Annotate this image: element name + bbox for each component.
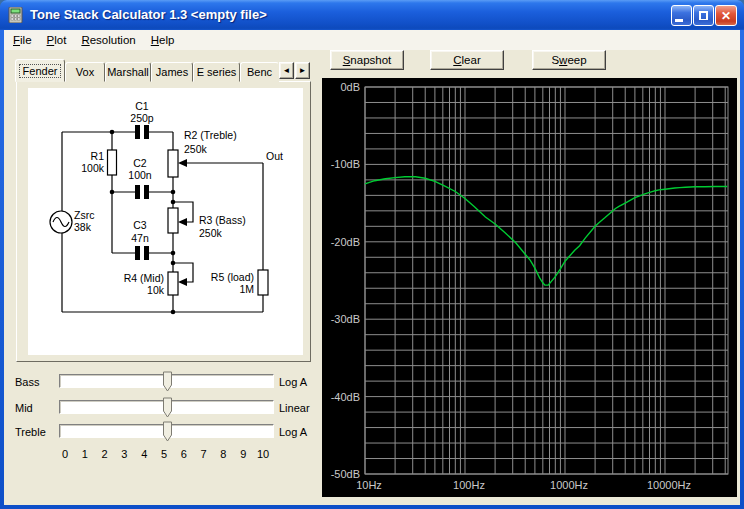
x-axis-tick-label: 10Hz xyxy=(356,479,382,491)
zsrc-name: Zsrc xyxy=(74,209,94,221)
r3-value: 250k xyxy=(199,227,223,239)
circuit-diagram: C1 250p R2 (Treble) 250k R1 100k C2 100n… xyxy=(28,88,303,355)
maximize-icon xyxy=(699,11,708,20)
slider-scale-number: 3 xyxy=(121,448,127,460)
c2-name: C2 xyxy=(133,157,147,169)
x-axis-tick-label: 100Hz xyxy=(453,479,485,491)
menu-bar: File Plot Resolution Help xyxy=(4,30,740,50)
treble-slider-thumb[interactable] xyxy=(162,421,173,442)
tab-e-series[interactable]: E series xyxy=(193,62,240,82)
tab-fender-label: Fender xyxy=(19,64,62,78)
y-axis-tick-label: -30dB xyxy=(331,313,360,325)
window-title: Tone Stack Calculator 1.3 <empty file> xyxy=(30,0,267,30)
r2-value: 250k xyxy=(184,143,208,155)
pot-wiper-arrows xyxy=(178,159,187,286)
mid-taper-label: Linear xyxy=(279,402,310,414)
menu-plot[interactable]: Plot xyxy=(40,32,75,49)
treble-label: Treble xyxy=(15,426,57,438)
slider-scale-number: 7 xyxy=(201,448,207,460)
c3-name: C3 xyxy=(133,219,147,231)
out-label: Out xyxy=(266,150,283,162)
c1-value: 250p xyxy=(130,112,154,124)
sweep-button[interactable]: Sweep xyxy=(532,50,606,70)
r4-value: 10k xyxy=(147,284,165,296)
slider-scale-number: 2 xyxy=(102,448,108,460)
minimize-button[interactable] xyxy=(671,5,692,26)
y-axis-tick-label: 0dB xyxy=(340,81,360,93)
minimize-icon xyxy=(675,19,683,22)
zsrc-value: 38k xyxy=(74,221,92,233)
c2-value: 100n xyxy=(128,169,152,181)
slider-scale: 012345678910 xyxy=(0,448,320,462)
app-window: Tone Stack Calculator 1.3 <empty file> ✕… xyxy=(0,0,744,509)
slider-scale-number: 8 xyxy=(220,448,226,460)
menu-resolution[interactable]: Resolution xyxy=(74,32,143,49)
c1-name: C1 xyxy=(135,100,149,112)
c3-value: 47n xyxy=(131,232,149,244)
close-button[interactable]: ✕ xyxy=(715,5,737,26)
slider-scale-number: 1 xyxy=(82,448,88,460)
bass-label: Bass xyxy=(15,376,57,388)
mid-label: Mid xyxy=(15,402,57,414)
app-icon xyxy=(8,7,24,23)
bass-taper-label: Log A xyxy=(279,376,307,388)
titlebar[interactable]: Tone Stack Calculator 1.3 <empty file> ✕ xyxy=(0,0,744,30)
tab-fender[interactable]: Fender xyxy=(15,59,65,82)
y-axis-tick-label: -10dB xyxy=(331,158,360,170)
slider-scale-number: 10 xyxy=(257,448,269,460)
slider-scale-number: 6 xyxy=(181,448,187,460)
clear-button[interactable]: Clear xyxy=(430,50,504,70)
y-axis-tick-label: -20dB xyxy=(331,236,360,248)
r3-name: R3 (Bass) xyxy=(199,214,246,226)
plot-border xyxy=(365,87,728,474)
y-axis-tick-label: -40dB xyxy=(331,391,360,403)
tab-scroll-right-button[interactable]: ► xyxy=(295,62,310,79)
slider-scale-number: 4 xyxy=(141,448,147,460)
mid-slider-thumb[interactable] xyxy=(162,397,173,418)
snapshot-button[interactable]: Snapshot xyxy=(330,50,404,70)
tab-scroll-left-button[interactable]: ◄ xyxy=(279,62,294,79)
tab-james[interactable]: James xyxy=(151,62,193,82)
x-axis-tick-label: 10000Hz xyxy=(647,479,691,491)
arrow-left-icon: ◄ xyxy=(283,66,291,75)
bass-slider-thumb[interactable] xyxy=(162,371,173,392)
maximize-button[interactable] xyxy=(693,5,714,26)
r5-name: R5 (load) xyxy=(211,271,254,283)
treble-taper-label: Log A xyxy=(279,426,307,438)
response-curve xyxy=(365,177,727,285)
tab-vox[interactable]: Vox xyxy=(65,62,105,82)
slider-scale-number: 9 xyxy=(240,448,246,460)
menu-help[interactable]: Help xyxy=(144,32,183,49)
tab-bench[interactable]: Benc xyxy=(240,62,279,82)
source-symbol xyxy=(50,211,72,233)
close-icon: ✕ xyxy=(721,10,731,22)
r1-name: R1 xyxy=(91,150,105,162)
menu-file[interactable]: File xyxy=(6,32,40,49)
r4-name: R4 (Mid) xyxy=(124,272,164,284)
x-axis-tick-label: 1000Hz xyxy=(550,479,588,491)
tab-marshall[interactable]: Marshall xyxy=(105,62,151,82)
frequency-response-plot: 0dB-10dB-20dB-30dB-40dB-50dB10Hz100Hz100… xyxy=(322,78,737,497)
arrow-right-icon: ► xyxy=(299,66,307,75)
r5-value: 1M xyxy=(239,283,254,295)
r2-name: R2 (Treble) xyxy=(184,129,237,141)
slider-scale-number: 5 xyxy=(161,448,167,460)
r1-value: 100k xyxy=(81,162,105,174)
slider-scale-number: 0 xyxy=(62,448,68,460)
